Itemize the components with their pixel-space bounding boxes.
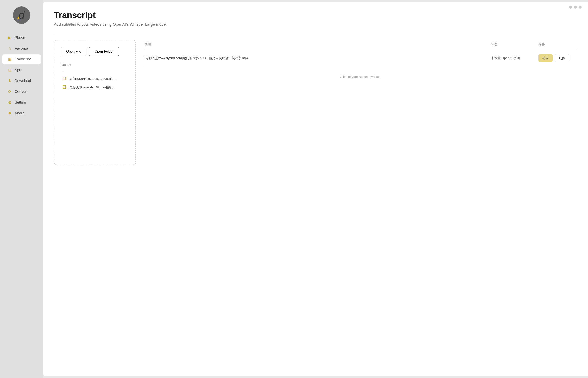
table-panel: 视频 状态 操作 [电影天堂www.dytt89.com]楚门的世界-1998_… <box>144 40 577 165</box>
recent-item-1[interactable]: 🎞 [电影天堂www.dytt89.com]楚门... <box>61 83 129 92</box>
sidebar-label-setting: Setting <box>15 100 26 105</box>
recent-item-0[interactable]: 🎞 Before.Sunrise.1995.1080p.Blu... <box>61 74 129 83</box>
table-header: 视频 状态 操作 <box>144 40 577 49</box>
divider <box>54 33 577 33</box>
window-btn-2[interactable] <box>574 6 577 9</box>
sidebar-label-about: About <box>15 111 24 115</box>
file-icon-0: 🎞 <box>63 76 66 81</box>
window-btn-3[interactable] <box>578 6 582 9</box>
empty-hint: A list of your recent invoices. <box>144 75 577 79</box>
sidebar-item-favorite[interactable]: ☆ Favorite <box>2 44 41 54</box>
sidebar-item-setting[interactable]: ⚙ Setting <box>2 97 41 108</box>
logo-star-icon: ★ <box>16 15 20 21</box>
sidebar-label-favorite: Favorite <box>15 46 28 51</box>
sidebar-label-download: Download <box>15 79 31 83</box>
sidebar-label-player: Player <box>15 36 25 40</box>
row-filename: [电影天堂www.dytt89.com]楚门的世界-1998_蓝光国英双语中英双… <box>144 56 491 61</box>
recent-item-name-0: Before.Sunrise.1995.1080p.Blu... <box>69 77 116 81</box>
row-status: 未设置 OpenAI 密钥 <box>491 56 538 60</box>
logo-circle: d ★ <box>13 6 30 24</box>
sidebar: d ★ ▶ Player ☆ Favorite ▦ Transcript ⊟ S… <box>0 0 43 378</box>
table-row: [电影天堂www.dytt89.com]楚门的世界-1998_蓝光国英双语中英双… <box>144 50 577 66</box>
about-icon: ☻ <box>7 111 12 115</box>
row-actions: 转录 删除 <box>538 54 577 62</box>
col-header-status: 状态 <box>491 42 538 46</box>
window-controls <box>569 6 582 9</box>
download-icon: ⬇ <box>7 79 12 83</box>
sidebar-item-about[interactable]: ☻ About <box>2 108 41 118</box>
file-buttons: Open File Open Folder <box>61 47 129 56</box>
transcribe-button[interactable]: 转录 <box>538 54 553 62</box>
open-file-button[interactable]: Open File <box>61 47 86 56</box>
window-btn-1[interactable] <box>569 6 572 9</box>
page-subtitle: Add subtitles to your videos using OpenA… <box>54 22 577 27</box>
app-logo: d ★ <box>0 6 43 24</box>
sidebar-label-transcript: Transcript <box>15 57 31 62</box>
sidebar-item-transcript[interactable]: ▦ Transcript <box>2 54 41 64</box>
page-title: Transcript <box>54 10 577 20</box>
setting-icon: ⚙ <box>7 100 12 105</box>
split-icon: ⊟ <box>7 68 12 72</box>
content-grid: Open File Open Folder Recent . 🎞 Before.… <box>54 40 577 165</box>
recent-label: Recent <box>61 63 129 67</box>
sidebar-label-split: Split <box>15 68 22 72</box>
main-content: Transcript Add subtitles to your videos … <box>43 2 588 376</box>
favorite-icon: ☆ <box>7 46 12 51</box>
recent-item-name-1: [电影天堂www.dytt89.com]楚门... <box>69 85 116 90</box>
open-folder-button[interactable]: Open Folder <box>89 47 119 56</box>
sidebar-item-convert[interactable]: ⟳ Convert <box>2 87 41 97</box>
recent-dot: . <box>61 69 129 72</box>
col-header-video: 视频 <box>144 42 491 46</box>
sidebar-item-player[interactable]: ▶ Player <box>2 33 41 43</box>
delete-button[interactable]: 删除 <box>555 54 569 62</box>
sidebar-item-download[interactable]: ⬇ Download <box>2 76 41 86</box>
sidebar-item-split[interactable]: ⊟ Split <box>2 65 41 75</box>
convert-icon: ⟳ <box>7 89 12 94</box>
sidebar-label-convert: Convert <box>15 90 28 94</box>
file-icon-1: 🎞 <box>63 85 66 90</box>
player-icon: ▶ <box>7 35 12 40</box>
col-header-actions: 操作 <box>538 42 577 46</box>
file-panel: Open File Open Folder Recent . 🎞 Before.… <box>54 40 136 165</box>
transcript-icon: ▦ <box>7 57 12 62</box>
